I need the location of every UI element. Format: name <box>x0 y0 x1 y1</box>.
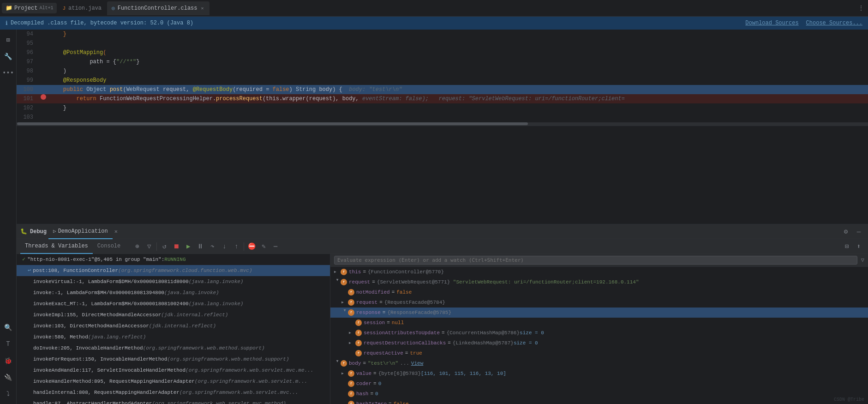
var-type-icon-this: f <box>341 269 347 275</box>
sidebar-icon-debug[interactable]: 🐞 <box>2 354 15 367</box>
thread-frame-12[interactable]: handle:87, AbstractHandlerMethodAdapter … <box>17 398 330 404</box>
sidebar-icon-structure[interactable]: T <box>2 338 15 350</box>
var-value-this: {FunctionController@5770} <box>368 267 444 277</box>
var-destruction-callbacks[interactable]: ▶ f requestDestructionCallbacks = {Linke… <box>330 338 868 348</box>
rerun-button[interactable]: ↺ <box>159 241 170 252</box>
thread-frame-1[interactable]: invokeVirtual:-1, LambdaForm$DMH/0x00000… <box>17 276 330 287</box>
var-expand-request-inner[interactable]: ▶ <box>341 298 348 307</box>
var-expand-request[interactable]: ▶ <box>333 279 342 285</box>
evaluate-bar: ▽ <box>330 254 868 267</box>
thread-frame-8[interactable]: invokeForRequest:150, InvocableHandlerMe… <box>17 354 330 365</box>
var-equals-request: = <box>372 277 375 287</box>
debug-tab-right: ⚙ — <box>840 226 864 237</box>
debug-toolbar: Threads & Variables Console ⊕ ▽ ↺ ⏹ ▶ ⏸ … <box>17 239 868 254</box>
var-equals-hash: = <box>370 389 373 398</box>
project-tab[interactable]: 📁 Project Alt+1 <box>2 3 57 13</box>
thread-check-icon: ✓ <box>22 255 25 264</box>
var-session[interactable]: f session = null <box>330 318 868 328</box>
thread-main[interactable]: ✓ "http-nio-8081-exec-1"@5,405 in group … <box>17 254 330 265</box>
var-response[interactable]: ▶ f response = {ResponseFacade@5785} <box>330 308 868 318</box>
var-expand-destruction-callbacks[interactable]: ▶ <box>349 338 355 348</box>
debug-tab-session[interactable]: ▷ DemoApplication <box>48 224 113 239</box>
thread-frame-2[interactable]: invoke:-1, LambdaForm$MH/0x0000018081394… <box>17 287 330 298</box>
pause-button[interactable]: ⏸ <box>195 241 206 252</box>
class-tab[interactable]: ◎ FunctionController.class ✕ <box>107 1 209 15</box>
variables-panel[interactable]: ▽ ▶ f this = {FunctionController@5770} <box>330 254 868 404</box>
threads-panel[interactable]: ✓ "http-nio-8081-exec-1"@5,405 in group … <box>17 254 330 404</box>
expand-panel-icon[interactable]: ⬆ <box>853 241 864 252</box>
line-content-98: ) <box>48 66 868 76</box>
var-request-active[interactable]: f requestActive = true <box>330 348 868 358</box>
var-expand-body[interactable]: ▶ <box>333 360 342 367</box>
debug-minimize-icon[interactable]: — <box>853 226 864 237</box>
var-body-value[interactable]: ▶ f value = {byte[6]@5783} [116, 101, 11… <box>330 368 868 379</box>
thread-frame-10[interactable]: invokeHandlerMethod:895, RequestMappingH… <box>17 376 330 387</box>
step-out-button[interactable]: ↑ <box>231 241 242 252</box>
code-line-99: 99 @ResponseBody <box>17 76 868 85</box>
thread-frame-3[interactable]: invokeExact_MT:-1, LambdaForm$MH/0x00000… <box>17 298 330 309</box>
sidebar-icon-plugins[interactable]: 🔌 <box>2 371 15 384</box>
evaluate-input[interactable] <box>334 256 857 265</box>
expand-icon[interactable]: ▽ <box>144 241 155 252</box>
var-request[interactable]: ▶ f request = {ServletWebRequest@5771} "… <box>330 277 868 287</box>
frame-12-name: handle:87, AbstractHandlerMethodAdapter <box>33 399 152 404</box>
layout-icon[interactable]: ⊟ <box>841 241 852 252</box>
tab-console[interactable]: Console <box>93 239 125 254</box>
var-session-attrs[interactable]: ▶ f sessionAttributesToUpdate = {Concurr… <box>330 328 868 338</box>
var-name-coder: coder <box>356 379 371 388</box>
sidebar-icon-tools[interactable]: 🔧 <box>2 50 15 63</box>
filter-icon[interactable]: ⊕ <box>132 241 143 252</box>
stop2-button[interactable]: ⛔ <box>246 241 257 252</box>
frame-4-pkg: (jdk.internal.reflect) <box>161 310 228 320</box>
var-value-session-attrs: {ConcurrentHashMap@5786} <box>447 328 520 338</box>
thread-frame-7[interactable]: doInvoke:205, InvocableHandlerMethod (or… <box>17 343 330 354</box>
var-type-icon-coder: f <box>348 380 354 387</box>
step-over-button[interactable]: ↷ <box>207 241 218 252</box>
sidebar-icon-recent[interactable]: ⊞ <box>2 33 15 46</box>
step-into-button[interactable]: ↓ <box>219 241 230 252</box>
var-hash[interactable]: f hash = 0 <box>330 389 868 399</box>
download-sources-link[interactable]: Download Sources <box>745 20 798 26</box>
var-this[interactable]: ▶ f this = {FunctionController@5770} <box>330 267 868 277</box>
debug-settings-icon[interactable]: ⚙ <box>840 226 851 237</box>
var-request-inner[interactable]: ▶ f request = {RequestFacade@5784} <box>330 297 868 308</box>
var-expand-session-attrs[interactable]: ▶ <box>349 328 355 338</box>
sidebar-icon-git[interactable]: ⤵ <box>2 387 15 400</box>
thread-frame-0[interactable]: ↩ post:108, FunctionController (org.spri… <box>17 265 330 276</box>
debug-session-label: DemoApplication <box>58 228 108 235</box>
horizontal-scrollbar[interactable] <box>17 122 868 126</box>
more-toolbar-icon[interactable]: ⋯ <box>270 241 281 252</box>
tab-threads-variables[interactable]: Threads & Variables <box>20 239 93 254</box>
thread-frame-4[interactable]: invokeImpl:155, DirectMethodHandleAccess… <box>17 309 330 320</box>
thread-frame-11[interactable]: handleInternal:808, RequestMappingHandle… <box>17 387 330 398</box>
frame-8-name: invokeForRequest:150, InvocableHandlerMe… <box>33 355 167 364</box>
close-icon[interactable]: ✕ <box>200 5 205 12</box>
choose-sources-link[interactable]: Choose Sources... <box>806 20 862 26</box>
close-session-icon[interactable]: ✕ <box>114 228 118 235</box>
sidebar-icon-dots[interactable]: ••• <box>2 66 15 79</box>
java-tab[interactable]: J ation.java <box>58 1 106 15</box>
var-expand-this[interactable]: ▶ <box>334 267 341 277</box>
var-expand-body-value[interactable]: ▶ <box>341 369 348 378</box>
more-options-icon[interactable]: ⋮ <box>856 2 866 14</box>
var-notmodified[interactable]: f notModified = false <box>330 287 868 297</box>
edit-button[interactable]: ✎ <box>258 241 269 252</box>
evaluate-expand-icon[interactable]: ▽ <box>861 257 864 264</box>
thread-frame-5[interactable]: invoke:103, DirectMethodHandleAccessor (… <box>17 320 330 332</box>
thread-frame-9[interactable]: invokeAndHandle:117, ServletInvocableHan… <box>17 365 330 376</box>
sidebar-icon-search[interactable]: 🔍 <box>2 321 15 334</box>
resume-button[interactable]: ▶ <box>183 241 194 252</box>
var-coder[interactable]: f coder = 0 <box>330 379 868 389</box>
var-view-link-body[interactable]: View <box>411 359 423 368</box>
frame-5-pkg: (jdk.internal.reflect) <box>149 321 216 331</box>
stop-button[interactable]: ⏹ <box>171 241 182 252</box>
code-editor[interactable]: 94 } 95 96 @PostMapping( 97 <box>17 30 868 224</box>
frame-11-name: handleInternal:808, RequestMappingHandle… <box>33 388 180 397</box>
tab-bar-left: 📁 Project Alt+1 J ation.java ◎ FunctionC… <box>2 1 210 15</box>
thread-frame-6[interactable]: invoke:580, Method (java.lang.reflect) <box>17 332 330 343</box>
code-line-97: 97 path = {"//**"} <box>17 57 868 66</box>
var-body[interactable]: ▶ f body = "test\r\n" ... View <box>330 358 868 368</box>
var-hashiszero[interactable]: f hashIsZero = false <box>330 399 868 404</box>
var-equals-notmodified: = <box>392 288 395 297</box>
var-expand-response[interactable]: ▶ <box>340 309 349 316</box>
